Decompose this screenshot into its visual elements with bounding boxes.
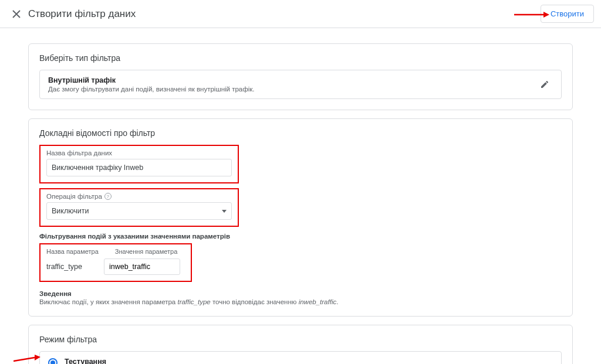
- dialog-header: Створити фільтр даних Створити: [0, 0, 601, 28]
- dialog-title: Створити фільтр даних: [28, 8, 136, 20]
- edit-icon[interactable]: [536, 76, 553, 93]
- filter-type-option-desc: Дає змогу фільтрувати дані подій, визнач…: [48, 86, 536, 93]
- filter-type-option[interactable]: Внутрішній трафік Дає змогу фільтрувати …: [39, 70, 562, 99]
- filter-type-option-title: Внутрішній трафік: [48, 76, 536, 84]
- filter-operation-label: Операція фільтра ?: [46, 193, 232, 200]
- filter-name-label: Назва фільтра даних: [46, 149, 232, 157]
- annotation-box-operation: Операція фільтра ? Виключити: [39, 188, 239, 227]
- radio-testing[interactable]: [48, 358, 58, 364]
- svg-line-2: [13, 358, 35, 361]
- filter-operation-value: Виключити: [52, 207, 89, 215]
- chevron-down-icon: [222, 210, 227, 213]
- filter-name-input[interactable]: [46, 159, 232, 176]
- card-filter-type: Виберіть тип фільтра Внутрішній трафік Д…: [28, 43, 573, 110]
- card-filter-mode: Режим фільтра Тестування Фільтр буде пер…: [28, 325, 573, 364]
- annotation-box-name: Назва фільтра даних: [39, 145, 239, 183]
- card-title-mode: Режим фільтра: [39, 335, 562, 344]
- mode-list: Тестування Фільтр буде перевірено, а від…: [39, 351, 562, 364]
- summary-text: Виключає події, у яких значення параметр…: [39, 298, 562, 305]
- filter-operation-select[interactable]: Виключити: [46, 202, 232, 220]
- param-name: traffic_type: [46, 263, 91, 271]
- param-section-title: Фільтрування подій з указаними значенням…: [39, 233, 562, 240]
- mode-option-testing[interactable]: Тестування Фільтр буде перевірено, а від…: [39, 351, 562, 364]
- create-button[interactable]: Створити: [541, 5, 594, 23]
- card-title-details: Докладні відомості про фільтр: [39, 128, 562, 138]
- param-name-header: Назва параметра: [46, 248, 99, 255]
- close-icon[interactable]: [7, 5, 26, 23]
- card-title-type: Виберіть тип фільтра: [39, 53, 562, 63]
- mode-title: Тестування: [65, 358, 416, 364]
- param-value-header: Значення параметра: [115, 248, 178, 255]
- summary-title: Зведення: [39, 290, 562, 297]
- annotation-box-parameter: Назва параметра Значення параметра traff…: [39, 243, 192, 282]
- help-icon[interactable]: ?: [104, 193, 112, 200]
- card-filter-details: Докладні відомості про фільтр Назва філь…: [28, 118, 573, 317]
- param-value-input[interactable]: [104, 258, 180, 275]
- annotation-arrow-mode: [13, 353, 40, 364]
